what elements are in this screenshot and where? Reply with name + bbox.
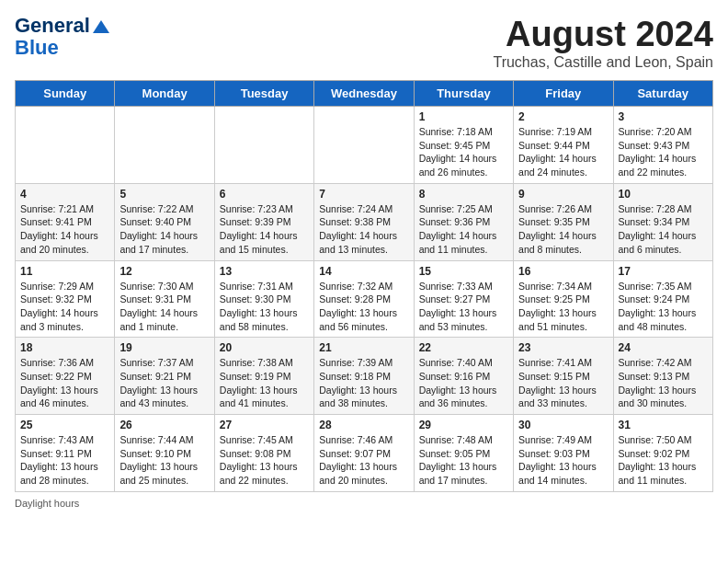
calendar-cell: 1Sunrise: 7:18 AMSunset: 9:45 PMDaylight…: [414, 107, 513, 184]
calendar-cell: 30Sunrise: 7:49 AMSunset: 9:03 PMDayligh…: [514, 415, 613, 492]
main-title: August 2024: [493, 15, 713, 54]
calendar-cell: 31Sunrise: 7:50 AMSunset: 9:02 PMDayligh…: [613, 415, 712, 492]
cell-content: Sunrise: 7:24 AMSunset: 9:38 PMDaylight:…: [319, 203, 397, 255]
cell-content: Sunrise: 7:43 AMSunset: 9:11 PMDaylight:…: [20, 434, 98, 486]
day-number: 10: [619, 188, 708, 201]
day-number: 15: [419, 265, 508, 278]
calendar-cell: 13Sunrise: 7:31 AMSunset: 9:30 PMDayligh…: [214, 260, 313, 338]
calendar-cell: 29Sunrise: 7:48 AMSunset: 9:05 PMDayligh…: [414, 415, 513, 492]
day-number: 12: [119, 265, 209, 278]
logo: General Blue: [15, 15, 109, 59]
calendar-cell: 28Sunrise: 7:46 AMSunset: 9:07 PMDayligh…: [314, 415, 414, 492]
day-number: 28: [319, 419, 408, 431]
calendar-cell: 2Sunrise: 7:19 AMSunset: 9:44 PMDaylight…: [514, 107, 613, 184]
cell-content: Sunrise: 7:44 AMSunset: 9:10 PMDaylight:…: [119, 434, 198, 486]
day-number: 29: [419, 419, 508, 431]
day-number: 18: [20, 341, 109, 354]
cell-content: Sunrise: 7:36 AMSunset: 9:22 PMDaylight:…: [20, 357, 98, 408]
cell-content: Sunrise: 7:39 AMSunset: 9:18 PMDaylight:…: [319, 357, 397, 408]
day-number: 24: [619, 341, 708, 354]
cell-content: Sunrise: 7:31 AMSunset: 9:30 PMDaylight:…: [220, 281, 298, 332]
day-number: 5: [119, 188, 209, 201]
cell-content: Sunrise: 7:32 AMSunset: 9:28 PMDaylight:…: [319, 281, 397, 332]
day-of-week-header: Sunday: [16, 81, 115, 107]
cell-content: Sunrise: 7:35 AMSunset: 9:24 PMDaylight:…: [619, 281, 697, 332]
day-number: 21: [319, 341, 408, 354]
calendar-cell: 16Sunrise: 7:34 AMSunset: 9:25 PMDayligh…: [514, 260, 613, 338]
cell-content: Sunrise: 7:49 AMSunset: 9:03 PMDaylight:…: [518, 434, 597, 486]
cell-content: Sunrise: 7:34 AMSunset: 9:25 PMDaylight:…: [518, 281, 597, 332]
day-number: 20: [220, 341, 309, 354]
calendar-cell: 8Sunrise: 7:25 AMSunset: 9:36 PMDaylight…: [414, 183, 513, 260]
calendar-cell: 27Sunrise: 7:45 AMSunset: 9:08 PMDayligh…: [214, 415, 313, 492]
header: General Blue August 2024 Truchas, Castil…: [15, 15, 713, 71]
cell-content: Sunrise: 7:29 AMSunset: 9:32 PMDaylight:…: [20, 281, 98, 332]
cell-content: Sunrise: 7:41 AMSunset: 9:15 PMDaylight:…: [518, 357, 597, 408]
cell-content: Sunrise: 7:45 AMSunset: 9:08 PMDaylight:…: [220, 434, 298, 486]
cell-content: Sunrise: 7:23 AMSunset: 9:39 PMDaylight:…: [220, 203, 298, 255]
day-number: 16: [518, 265, 608, 278]
calendar-cell: 24Sunrise: 7:42 AMSunset: 9:13 PMDayligh…: [613, 338, 712, 415]
calendar-cell: [115, 107, 214, 184]
cell-content: Sunrise: 7:22 AMSunset: 9:40 PMDaylight:…: [119, 203, 198, 255]
day-number: 30: [518, 419, 608, 431]
day-number: 9: [518, 188, 608, 201]
day-number: 22: [419, 341, 508, 354]
day-number: 2: [518, 110, 608, 123]
cell-content: Sunrise: 7:37 AMSunset: 9:21 PMDaylight:…: [119, 357, 198, 408]
cell-content: Sunrise: 7:33 AMSunset: 9:27 PMDaylight:…: [419, 281, 497, 332]
cell-content: Sunrise: 7:19 AMSunset: 9:44 PMDaylight:…: [518, 126, 597, 178]
subtitle: Truchas, Castille and Leon, Spain: [493, 54, 713, 71]
logo-text: General: [15, 15, 109, 37]
calendar-cell: 19Sunrise: 7:37 AMSunset: 9:21 PMDayligh…: [115, 338, 214, 415]
day-number: 23: [518, 341, 608, 354]
calendar-cell: 12Sunrise: 7:30 AMSunset: 9:31 PMDayligh…: [115, 260, 214, 338]
calendar-cell: 26Sunrise: 7:44 AMSunset: 9:10 PMDayligh…: [115, 415, 214, 492]
calendar-cell: [314, 107, 414, 184]
day-of-week-header: Tuesday: [214, 81, 313, 107]
calendar-cell: 4Sunrise: 7:21 AMSunset: 9:41 PMDaylight…: [16, 183, 115, 260]
title-area: August 2024 Truchas, Castille and Leon, …: [493, 15, 713, 71]
cell-content: Sunrise: 7:48 AMSunset: 9:05 PMDaylight:…: [419, 434, 497, 486]
cell-content: Sunrise: 7:42 AMSunset: 9:13 PMDaylight:…: [619, 357, 697, 408]
day-number: 3: [619, 110, 708, 123]
calendar-cell: 7Sunrise: 7:24 AMSunset: 9:38 PMDaylight…: [314, 183, 414, 260]
calendar-cell: 21Sunrise: 7:39 AMSunset: 9:18 PMDayligh…: [314, 338, 414, 415]
calendar-cell: 3Sunrise: 7:20 AMSunset: 9:43 PMDaylight…: [613, 107, 712, 184]
cell-content: Sunrise: 7:25 AMSunset: 9:36 PMDaylight:…: [419, 203, 497, 255]
cell-content: Sunrise: 7:20 AMSunset: 9:43 PMDaylight:…: [619, 126, 697, 178]
day-of-week-header: Monday: [115, 81, 214, 107]
day-number: 19: [119, 341, 209, 354]
day-of-week-header: Thursday: [414, 81, 513, 107]
day-of-week-header: Wednesday: [314, 81, 414, 107]
logo-blue: Blue: [15, 37, 59, 59]
cell-content: Sunrise: 7:40 AMSunset: 9:16 PMDaylight:…: [419, 357, 497, 408]
day-number: 1: [419, 110, 508, 123]
cell-content: Sunrise: 7:50 AMSunset: 9:02 PMDaylight:…: [619, 434, 697, 486]
day-number: 4: [20, 188, 109, 201]
day-number: 7: [319, 188, 408, 201]
calendar-cell: 15Sunrise: 7:33 AMSunset: 9:27 PMDayligh…: [414, 260, 513, 338]
calendar-cell: 23Sunrise: 7:41 AMSunset: 9:15 PMDayligh…: [514, 338, 613, 415]
day-number: 17: [619, 265, 708, 278]
calendar-cell: 14Sunrise: 7:32 AMSunset: 9:28 PMDayligh…: [314, 260, 414, 338]
cell-content: Sunrise: 7:26 AMSunset: 9:35 PMDaylight:…: [518, 203, 597, 255]
cell-content: Sunrise: 7:18 AMSunset: 9:45 PMDaylight:…: [419, 126, 497, 178]
calendar-cell: 11Sunrise: 7:29 AMSunset: 9:32 PMDayligh…: [16, 260, 115, 338]
calendar-table: SundayMondayTuesdayWednesdayThursdayFrid…: [15, 80, 713, 492]
day-number: 11: [20, 265, 109, 278]
calendar-cell: 6Sunrise: 7:23 AMSunset: 9:39 PMDaylight…: [214, 183, 313, 260]
day-number: 31: [619, 419, 708, 431]
day-number: 8: [419, 188, 508, 201]
calendar-cell: 20Sunrise: 7:38 AMSunset: 9:19 PMDayligh…: [214, 338, 313, 415]
calendar-cell: [16, 107, 115, 184]
day-number: 6: [220, 188, 309, 201]
day-of-week-header: Saturday: [613, 81, 712, 107]
calendar-cell: 5Sunrise: 7:22 AMSunset: 9:40 PMDaylight…: [115, 183, 214, 260]
day-number: 25: [20, 419, 109, 431]
cell-content: Sunrise: 7:21 AMSunset: 9:41 PMDaylight:…: [20, 203, 98, 255]
calendar-cell: 25Sunrise: 7:43 AMSunset: 9:11 PMDayligh…: [16, 415, 115, 492]
cell-content: Sunrise: 7:38 AMSunset: 9:19 PMDaylight:…: [220, 357, 298, 408]
calendar-cell: [214, 107, 313, 184]
day-of-week-header: Friday: [514, 81, 613, 107]
